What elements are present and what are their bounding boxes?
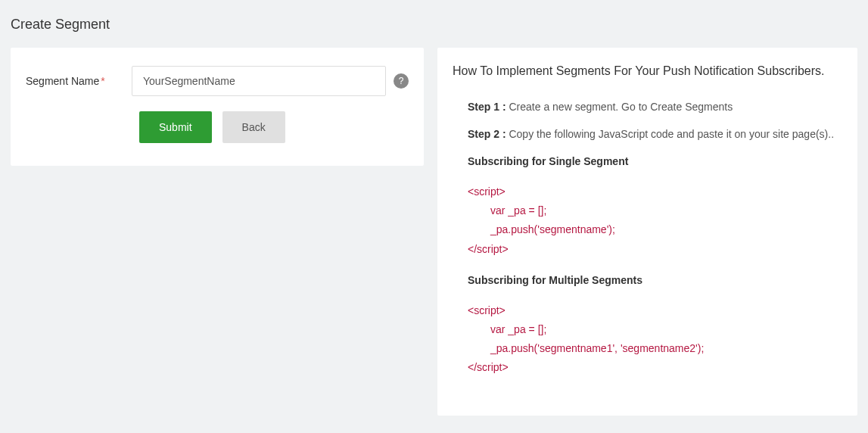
code-line: <script> [468,301,842,320]
step-1: Step 1 : Create a new segment. Go to Cre… [468,101,842,113]
code-line: _pa.push('segmentname'); [490,220,842,239]
code-line: </script> [468,240,842,259]
submit-button[interactable]: Submit [139,111,212,143]
code-line: _pa.push('segmentname1', 'segmentname2')… [490,339,842,358]
code-line: var _pa = []; [490,201,842,220]
step-2-text: Copy the following JavaScript code and p… [506,128,834,140]
step-2: Step 2 : Copy the following JavaScript c… [468,128,842,140]
code-line: var _pa = []; [490,320,842,339]
page-title: Create Segment [11,17,857,33]
code-single: <script> var _pa = []; _pa.push('segment… [468,182,842,259]
button-row: Submit Back [139,111,409,143]
segment-name-input[interactable] [132,66,386,96]
segment-name-row: Segment Name* ? [26,66,409,96]
segment-name-label: Segment Name* [26,75,132,87]
help-icon[interactable]: ? [394,73,409,89]
segment-name-input-wrap: ? [132,66,409,96]
code-line: </script> [468,358,842,377]
multiple-segment-header: Subscribing for Multiple Segments [468,274,842,286]
back-button[interactable]: Back [222,111,285,143]
step-2-label: Step 2 : [468,128,506,140]
single-segment-header: Subscribing for Single Segment [468,155,842,167]
step-1-label: Step 1 : [468,101,506,113]
code-line: <script> [468,182,842,201]
required-star: * [101,75,104,87]
step-1-text: Create a new segment. Go to Create Segme… [506,101,733,113]
help-panel: How To Implement Segments For Your Push … [437,48,857,416]
code-multiple: <script> var _pa = []; _pa.push('segment… [468,301,842,378]
create-segment-panel: Segment Name* ? Submit Back [11,48,424,166]
help-title: How To Implement Segments For Your Push … [453,64,842,78]
content-wrapper: Segment Name* ? Submit Back How To Imple… [11,48,857,416]
